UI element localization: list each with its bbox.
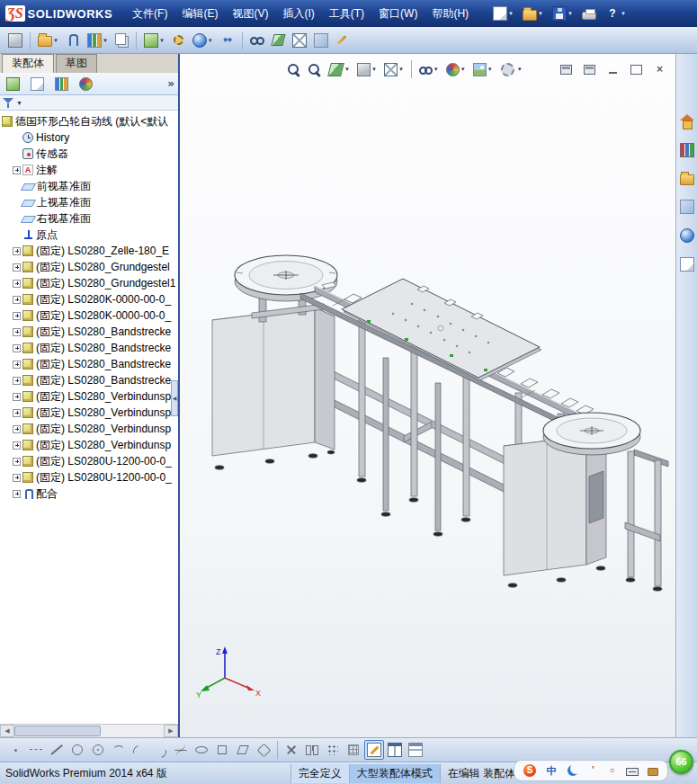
expander-icon[interactable] [13,393,21,401]
dropdown-arrow-icon[interactable]: ▼ [433,67,439,72]
expander-icon[interactable] [13,296,21,304]
sketch-spline-icon[interactable] [171,740,191,760]
sketch-pattern-icon[interactable] [323,740,343,760]
tree-item-top-plane[interactable]: 上视基准面 [2,194,178,210]
rapid-sketch-icon[interactable] [385,740,405,760]
dropdown-arrow-icon[interactable]: ▼ [487,67,493,72]
expander-icon[interactable] [13,409,21,417]
dropdown-arrow-icon[interactable]: ▼ [621,11,626,16]
ime-cn-icon[interactable]: 中 [542,762,560,780]
tree-item-component[interactable]: (固定) LS0280_Verbindunsp [2,421,178,437]
sketch-parallelogram-icon[interactable] [233,740,253,760]
solidworks-resources-icon[interactable] [677,111,697,131]
move-component-icon[interactable]: ↔ [218,31,237,50]
tree-item-mates[interactable]: 配合 [2,486,178,502]
dropdown-arrow-icon[interactable]: ▼ [538,11,543,16]
expander-icon[interactable] [13,425,21,433]
open-document-icon[interactable]: ▼ [520,4,546,23]
sketch-perimeter-circle-icon[interactable] [88,740,108,760]
appearances-scenes-icon[interactable] [677,226,697,245]
tab-assembly[interactable]: 装配体 [2,54,54,73]
graphics-area[interactable]: ▼▼▼▼▼▼▼ × Z Y X [180,54,675,737]
expander-icon[interactable] [13,474,21,482]
menu-view[interactable]: 视图(V) [225,4,275,24]
left-cabinet[interactable] [212,307,335,469]
menu-tools[interactable]: 工具(T) [322,4,371,24]
ime-punct-icon[interactable]: ’ [585,762,601,780]
sketch-icon[interactable] [364,740,384,760]
doc-tile-icon[interactable] [581,62,598,77]
design-library-icon[interactable] [677,140,697,160]
ime-keyboard-icon[interactable] [623,762,641,779]
zoom-area-icon[interactable] [305,60,324,79]
tree-item-origin[interactable]: 原点 [2,227,178,243]
scrollbar-track[interactable] [14,725,164,737]
dropdown-arrow-icon[interactable]: ▼ [103,38,108,43]
tab-sketch[interactable]: 草图 [56,54,97,73]
tree-item-component[interactable]: (固定) LS0280_Grundgestel1 [2,275,178,291]
scroll-left-icon[interactable]: ◀ [0,725,14,737]
sketch-point-icon[interactable] [5,740,25,760]
sketch-ellipse-icon[interactable] [192,740,211,760]
tree-item-component[interactable]: (固定) LS0280K-0000-00-0_ [2,307,178,324]
dropdown-arrow-icon[interactable]: ▼ [53,38,58,43]
expander-icon[interactable] [13,328,21,336]
assembly-visualization-icon[interactable] [269,31,288,49]
expander-icon[interactable] [13,441,21,450]
expander-icon[interactable] [13,377,21,385]
expander-icon[interactable] [13,490,21,498]
model-view[interactable] [180,54,675,737]
dropdown-arrow-icon[interactable]: ▼ [567,11,573,16]
expander-icon[interactable] [13,166,21,174]
expander-icon[interactable] [13,280,21,288]
assembly-features-icon[interactable]: ▼ [141,31,167,50]
new-document-icon[interactable]: ▼ [490,4,516,23]
doc-restore-icon[interactable] [558,62,575,77]
reference-geometry-icon[interactable]: ▼ [190,31,216,50]
dimxpertmanager-tab-icon[interactable] [76,75,95,94]
menu-edit[interactable]: 编辑(E) [174,4,225,24]
tree-item-sensors[interactable]: 传感器 [2,146,178,162]
tree-item-component[interactable]: (固定) LS0280_Zelle-180_E [2,243,178,259]
menu-file[interactable]: 文件(F) [125,4,174,24]
featuremanager-tab-icon[interactable] [4,75,22,94]
menu-window[interactable]: 窗口(W) [371,4,424,24]
dropdown-arrow-icon[interactable]: ▼ [460,67,466,72]
tree-item-component[interactable]: (固定) LS0280_Verbindunsp [2,437,178,453]
sketch-tangent-arc-icon[interactable] [150,740,170,760]
instant3d-icon[interactable] [333,31,353,50]
sketch-line-icon[interactable] [47,740,67,760]
ime-width-icon[interactable]: ○ [604,762,620,780]
sketch-rectangle-icon[interactable] [212,740,232,760]
tree-item-component[interactable]: (固定) LS0280U-1200-00-0_ [2,469,178,486]
propertymanager-tab-icon[interactable] [28,75,47,94]
sketch-polygon-icon[interactable] [254,740,273,760]
smart-fasteners-icon[interactable] [169,31,188,49]
component-pattern-icon[interactable]: ▼ [85,31,111,50]
print-icon[interactable] [579,5,599,22]
help-icon[interactable]: ?▼ [603,4,629,23]
tree-item-component[interactable]: (固定) LS0280_Verbindunsp [2,388,178,405]
expander-icon[interactable] [13,263,21,272]
scrollbar-thumb[interactable] [14,726,101,736]
exploded-view-icon[interactable] [290,31,309,50]
tree-item-component[interactable]: (固定) LS0280_Bandstrecke [2,356,178,372]
dropdown-arrow-icon[interactable]: ▼ [398,67,404,72]
doc-close-icon[interactable]: × [651,62,668,77]
edit-component-icon[interactable] [5,31,25,50]
expander-icon[interactable] [13,312,21,320]
tree-item-component[interactable]: (固定) LS0280U-1200-00-0_ [2,453,178,469]
sogou-logo-icon[interactable]: S [521,762,539,780]
edit-appearance-icon[interactable]: ▼ [443,60,469,79]
tree-item-right-plane[interactable]: 右视基准面 [2,210,178,227]
right-stand[interactable] [625,450,668,591]
bill-of-materials-icon[interactable] [311,31,331,50]
expander-icon[interactable] [13,247,21,255]
ime-toolbox-icon[interactable] [645,762,661,779]
tree-item-component[interactable]: (固定) LS0280_Grundgestel [2,259,178,275]
sketch-arc-icon[interactable] [109,740,129,760]
expander-icon[interactable] [13,361,21,369]
sketch-circle-icon[interactable] [67,740,87,760]
tree-item-front-plane[interactable]: 前视基准面 [2,178,178,194]
menu-insert[interactable]: 插入(I) [275,4,321,24]
